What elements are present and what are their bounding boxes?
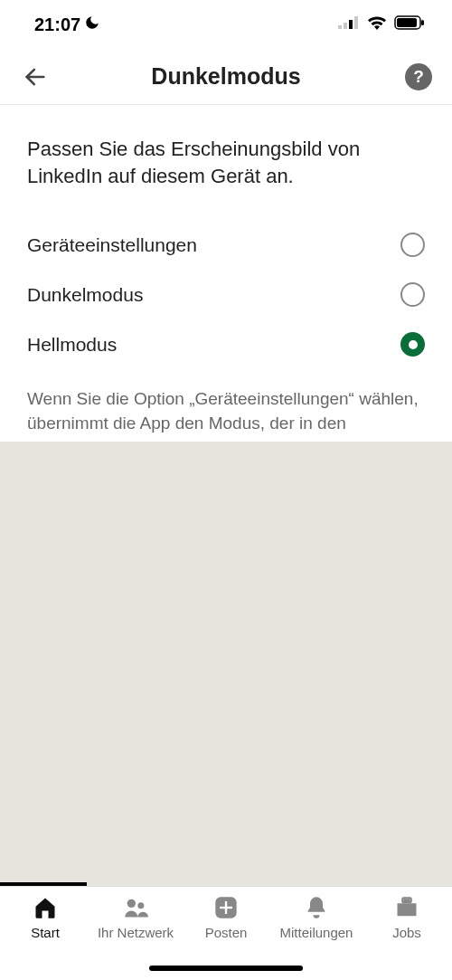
option-dark-mode[interactable]: Dunkelmodus xyxy=(27,270,425,319)
content: Passen Sie das Erscheinungsbild von Link… xyxy=(0,105,452,460)
home-icon xyxy=(32,894,59,921)
header: Dunkelmodus ? xyxy=(0,49,452,105)
tab-jobs[interactable]: Jobs xyxy=(362,894,452,940)
status-bar: 21:07 xyxy=(0,0,452,49)
radio-icon xyxy=(400,282,425,307)
briefcase-icon xyxy=(393,894,420,921)
svg-rect-5 xyxy=(397,18,417,27)
option-label: Hellmodus xyxy=(27,334,117,356)
option-label: Geräteeinstellungen xyxy=(27,234,197,256)
tab-label: Ihr Netzwerk xyxy=(98,925,174,940)
help-button[interactable]: ? xyxy=(405,63,432,90)
svg-rect-1 xyxy=(344,23,347,29)
tab-label: Posten xyxy=(205,925,248,940)
intro-text: Passen Sie das Erscheinungsbild von Link… xyxy=(27,136,425,189)
help-icon: ? xyxy=(413,67,424,87)
svg-rect-2 xyxy=(349,20,353,29)
svg-point-9 xyxy=(137,902,144,909)
svg-rect-12 xyxy=(220,907,232,909)
svg-point-8 xyxy=(127,899,136,908)
svg-rect-6 xyxy=(421,20,424,25)
tab-label: Jobs xyxy=(392,925,421,940)
people-icon xyxy=(122,894,149,921)
plus-square-icon xyxy=(212,894,240,921)
page-title: Dunkelmodus xyxy=(151,63,300,90)
back-button[interactable] xyxy=(20,62,51,92)
option-device-settings[interactable]: Geräteeinstellungen xyxy=(27,220,425,270)
dnd-moon-icon xyxy=(84,14,100,35)
wifi-icon xyxy=(367,15,387,33)
home-indicator[interactable] xyxy=(149,966,303,971)
svg-rect-3 xyxy=(354,16,358,29)
tab-label: Start xyxy=(31,925,60,940)
background-filler xyxy=(0,442,452,886)
cellular-icon xyxy=(338,16,360,33)
option-light-mode[interactable]: Hellmodus xyxy=(27,319,425,369)
tab-notifications[interactable]: Mitteilungen xyxy=(271,894,362,940)
status-time: 21:07 xyxy=(34,14,80,35)
tab-post[interactable]: Posten xyxy=(181,894,271,940)
svg-rect-0 xyxy=(338,25,342,29)
battery-icon xyxy=(394,15,425,33)
bell-icon xyxy=(303,894,330,921)
option-label: Dunkelmodus xyxy=(27,284,143,306)
radio-icon xyxy=(400,233,425,257)
tab-start[interactable]: Start xyxy=(0,894,90,940)
tab-network[interactable]: Ihr Netzwerk xyxy=(90,894,181,940)
tab-label: Mitteilungen xyxy=(280,925,353,940)
radio-icon-selected xyxy=(400,332,425,357)
